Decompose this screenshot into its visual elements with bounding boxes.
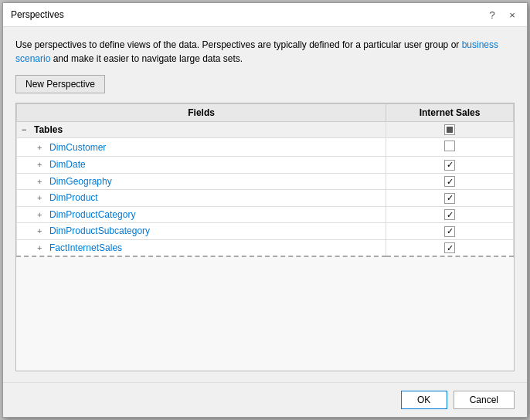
expand-icon[interactable]: + bbox=[37, 210, 46, 219]
title-bar: Perspectives ? × bbox=[3, 3, 527, 27]
table-name-label: DimGeography bbox=[49, 176, 112, 187]
tables-checkbox[interactable] bbox=[444, 124, 455, 135]
table-name-cell: + DimCustomer bbox=[17, 138, 386, 157]
table-name-cell: + DimProduct bbox=[17, 190, 386, 207]
row-checkbox[interactable] bbox=[444, 141, 455, 151]
check-cell[interactable] bbox=[386, 190, 514, 207]
table-name-cell: + DimDate bbox=[17, 157, 386, 174]
expand-icon[interactable]: + bbox=[37, 143, 46, 152]
row-checkbox[interactable] bbox=[444, 209, 455, 220]
check-cell[interactable] bbox=[386, 157, 514, 174]
table-row: + DimProductCategory bbox=[17, 206, 514, 223]
ok-button[interactable]: OK bbox=[401, 391, 447, 409]
cancel-button[interactable]: Cancel bbox=[454, 391, 515, 409]
expand-icon[interactable]: + bbox=[37, 226, 46, 235]
dialog-footer: OK Cancel bbox=[3, 382, 527, 417]
tables-label: Tables bbox=[34, 124, 63, 135]
table-row: + DimGeography bbox=[17, 173, 514, 190]
table-name-label: DimProductSubcategory bbox=[49, 225, 150, 236]
tables-header-cell: − Tables bbox=[17, 122, 386, 138]
check-cell[interactable] bbox=[386, 173, 514, 190]
fields-column-header: Fields bbox=[17, 104, 386, 122]
table-name-cell: + FactInternetSales bbox=[17, 239, 386, 256]
perspectives-grid: Fields Internet Sales − Tables bbox=[15, 103, 515, 371]
expand-icon[interactable]: + bbox=[37, 243, 46, 252]
table-name-cell: + DimGeography bbox=[17, 173, 386, 190]
row-checkbox[interactable] bbox=[444, 242, 455, 253]
table-name-label: DimProduct bbox=[49, 192, 98, 203]
title-bar-left: Perspectives bbox=[11, 9, 64, 20]
dialog-title: Perspectives bbox=[11, 9, 64, 20]
table-row: − Tables bbox=[17, 122, 514, 138]
expand-icon[interactable]: + bbox=[37, 193, 46, 202]
perspectives-table: Fields Internet Sales − Tables bbox=[16, 103, 514, 257]
perspectives-dialog: Perspectives ? × Use perspectives to def… bbox=[2, 2, 528, 418]
table-row: + DimCustomer bbox=[17, 138, 514, 157]
table-row: + FactInternetSales bbox=[17, 239, 514, 256]
dialog-body: Use perspectives to define views of the … bbox=[3, 27, 527, 382]
table-name-cell: + DimProductSubcategory bbox=[17, 223, 386, 240]
check-cell[interactable] bbox=[386, 239, 514, 256]
collapse-icon[interactable]: − bbox=[22, 125, 31, 134]
tables-check-cell[interactable] bbox=[386, 122, 514, 138]
table-name-label: DimDate bbox=[49, 159, 86, 170]
close-button[interactable]: × bbox=[505, 8, 519, 22]
new-perspective-button[interactable]: New Perspective bbox=[15, 75, 105, 93]
table-row: + DimDate bbox=[17, 157, 514, 174]
table-name-label: FactInternetSales bbox=[49, 242, 122, 253]
check-cell[interactable] bbox=[386, 138, 514, 157]
check-cell[interactable] bbox=[386, 223, 514, 240]
row-checkbox[interactable] bbox=[444, 176, 455, 187]
description-text1: Use perspectives to define views of the … bbox=[15, 39, 462, 50]
row-checkbox[interactable] bbox=[444, 226, 455, 237]
title-bar-right: ? × bbox=[485, 8, 519, 22]
table-name-label: DimCustomer bbox=[49, 142, 106, 153]
row-checkbox[interactable] bbox=[444, 160, 455, 171]
table-name-label: DimProductCategory bbox=[49, 209, 135, 220]
table-row: + DimProductSubcategory bbox=[17, 223, 514, 240]
description-text: Use perspectives to define views of the … bbox=[15, 38, 515, 66]
internet-sales-column-header: Internet Sales bbox=[386, 104, 514, 122]
check-cell[interactable] bbox=[386, 206, 514, 223]
row-checkbox[interactable] bbox=[444, 193, 455, 204]
table-name-cell: + DimProductCategory bbox=[17, 206, 386, 223]
table-row: + DimProduct bbox=[17, 190, 514, 207]
expand-icon[interactable]: + bbox=[37, 177, 46, 186]
description-text2: and make it easier to navigate large dat… bbox=[50, 53, 243, 64]
expand-icon[interactable]: + bbox=[37, 160, 46, 169]
help-button[interactable]: ? bbox=[485, 8, 499, 22]
